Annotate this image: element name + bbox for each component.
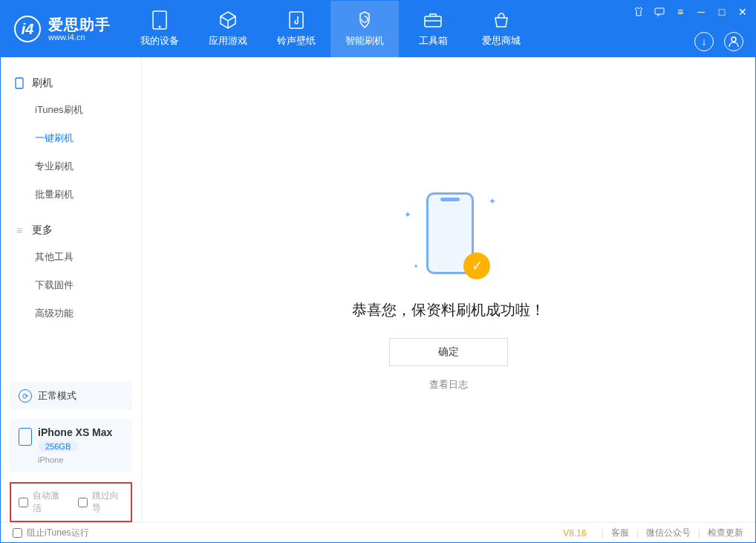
app-subtitle: www.i4.cn <box>48 33 111 42</box>
support-link[interactable]: 客服 <box>611 527 629 539</box>
device-type: iPhone <box>38 455 112 464</box>
window-controls: ≡ ─ □ ✕ <box>632 5 749 19</box>
sparkle-icon: ✦ <box>489 196 496 207</box>
phone-outline-icon <box>19 428 32 446</box>
device-info-block[interactable]: iPhone XS Max 256GB iPhone <box>10 419 132 472</box>
highlighted-checkbox-row: 自动激活 跳过向导 <box>10 482 132 522</box>
nav-tabs: 我的设备 应用游戏 铃声壁纸 智能刷机 工具箱 爱思商城 <box>126 1 535 57</box>
sidebar-item-other-tools[interactable]: 其他工具 <box>1 243 141 271</box>
sparkle-icon: ✦ <box>404 209 411 220</box>
svg-point-5 <box>731 37 736 42</box>
sidebar-item-itunes-flash[interactable]: iTunes刷机 <box>1 96 141 124</box>
minimize-icon[interactable]: ─ <box>694 5 708 19</box>
svg-point-1 <box>159 26 161 28</box>
ok-button[interactable]: 确定 <box>389 338 508 366</box>
sidebar-item-oneclick-flash[interactable]: 一键刷机 <box>1 124 141 152</box>
success-title: 恭喜您，保资料刷机成功啦！ <box>352 300 545 320</box>
tab-label: 我的设备 <box>140 34 179 48</box>
tab-label: 爱思商城 <box>482 34 521 48</box>
close-icon[interactable]: ✕ <box>736 5 749 19</box>
cube-icon <box>218 10 238 30</box>
tab-label: 工具箱 <box>419 34 448 48</box>
app-header: i4 爱思助手 www.i4.cn 我的设备 应用游戏 铃声壁纸 智能刷机 工具… <box>1 1 755 57</box>
version-label: V8.16 <box>563 528 586 539</box>
check-update-link[interactable]: 检查更新 <box>708 527 743 539</box>
block-itunes-input[interactable] <box>13 528 22 538</box>
sidebar: 刷机 iTunes刷机 一键刷机 专业刷机 批量刷机 ≡ 更多 其他工具 下载固… <box>1 57 142 522</box>
success-panel: ✦ ✦ • ✓ 恭喜您，保资料刷机成功啦！ 确定 查看日志 <box>352 189 545 391</box>
device-mode-label: 正常模式 <box>38 389 76 403</box>
phone-icon <box>14 78 25 88</box>
skip-guide-checkbox[interactable]: 跳过向导 <box>78 490 124 515</box>
sidebar-section-flash: 刷机 <box>1 71 141 96</box>
header-right: ↓ <box>694 32 743 51</box>
tab-label: 应用游戏 <box>209 34 247 48</box>
auto-activate-input[interactable] <box>19 498 28 507</box>
svg-rect-4 <box>655 8 664 14</box>
list-icon: ≡ <box>14 225 25 235</box>
shirt-icon[interactable] <box>632 5 645 19</box>
device-storage: 256GB <box>38 441 78 452</box>
view-log-link[interactable]: 查看日志 <box>429 378 468 391</box>
main-content: ✦ ✦ • ✓ 恭喜您，保资料刷机成功啦！ 确定 查看日志 <box>142 57 755 522</box>
shop-icon <box>492 10 511 30</box>
logo: i4 爱思助手 www.i4.cn <box>1 16 126 42</box>
device-model: iPhone XS Max <box>38 426 112 438</box>
tab-label: 智能刷机 <box>345 34 384 48</box>
check-badge-icon: ✓ <box>463 253 490 279</box>
svg-rect-2 <box>290 12 303 28</box>
download-button[interactable]: ↓ <box>694 32 714 51</box>
app-logo-icon: i4 <box>14 16 41 42</box>
music-icon <box>287 10 306 30</box>
toolbox-icon <box>423 10 443 30</box>
tab-store[interactable]: 爱思商城 <box>467 1 535 57</box>
skip-guide-input[interactable] <box>78 498 88 507</box>
svg-rect-6 <box>16 78 23 88</box>
wechat-link[interactable]: 微信公众号 <box>646 527 691 539</box>
svg-rect-3 <box>425 16 441 27</box>
tab-ringtones-wallpapers[interactable]: 铃声壁纸 <box>262 1 330 57</box>
app-title: 爱思助手 <box>48 16 111 33</box>
menu-icon[interactable]: ≡ <box>674 5 687 19</box>
tab-toolbox[interactable]: 工具箱 <box>399 1 467 57</box>
sidebar-item-pro-flash[interactable]: 专业刷机 <box>1 152 141 181</box>
sidebar-item-download-firmware[interactable]: 下载固件 <box>1 271 141 299</box>
sparkle-icon: • <box>414 261 417 272</box>
feedback-icon[interactable] <box>653 5 666 19</box>
flash-icon <box>355 10 374 30</box>
device-mode-block[interactable]: ⟳ 正常模式 <box>10 382 132 410</box>
tab-apps-games[interactable]: 应用游戏 <box>194 1 262 57</box>
success-illustration: ✦ ✦ • ✓ <box>397 189 501 285</box>
device-icon <box>150 10 169 30</box>
footer: 阻止iTunes运行 V8.16 | 客服 | 微信公众号 | 检查更新 <box>1 522 755 543</box>
sidebar-item-batch-flash[interactable]: 批量刷机 <box>1 181 141 209</box>
sidebar-item-advanced[interactable]: 高级功能 <box>1 299 141 328</box>
mode-icon: ⟳ <box>19 389 32 403</box>
maximize-icon[interactable]: □ <box>715 5 729 19</box>
block-itunes-checkbox[interactable]: 阻止iTunes运行 <box>13 527 89 539</box>
tab-smart-flash[interactable]: 智能刷机 <box>330 1 399 57</box>
auto-activate-checkbox[interactable]: 自动激活 <box>19 490 65 515</box>
sidebar-section-more: ≡ 更多 <box>1 218 141 243</box>
tab-my-device[interactable]: 我的设备 <box>126 1 194 57</box>
user-button[interactable] <box>724 32 743 51</box>
tab-label: 铃声壁纸 <box>277 34 316 48</box>
